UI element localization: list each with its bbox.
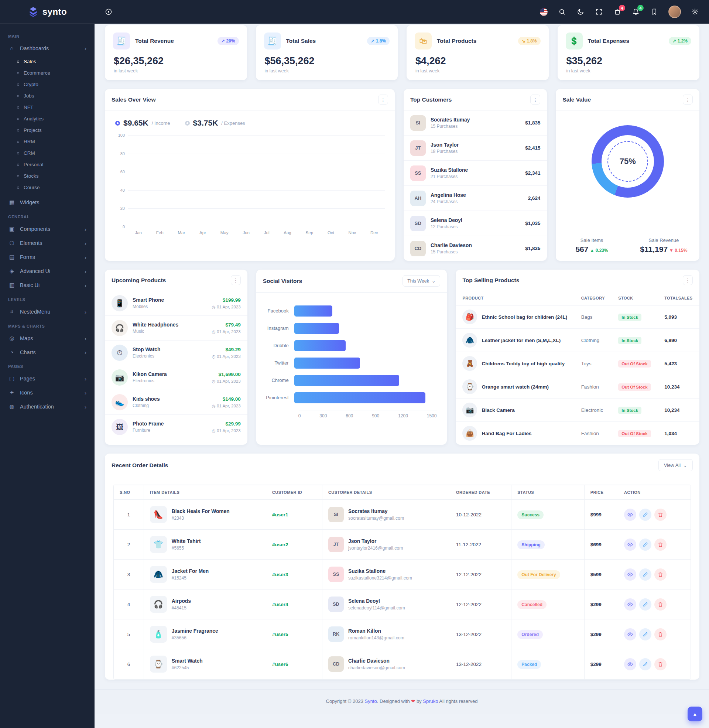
- sidebar-item-maps[interactable]: ◎ Maps ›: [0, 331, 95, 345]
- view-order-button[interactable]: [624, 658, 636, 670]
- stat-card-total-products[interactable]: 🛍 Total Products ↘ 1.8% $4,262 in last w…: [407, 25, 549, 80]
- sidebar-item-forms[interactable]: ▤ Forms ›: [0, 250, 95, 264]
- sidebar-item-advanced-ui[interactable]: ◈ Advanced Ui ›: [0, 264, 95, 278]
- top-customers-menu-button[interactable]: ⋮: [530, 95, 540, 105]
- edit-order-button[interactable]: [639, 509, 651, 521]
- sidebar-item-icons[interactable]: ✦ Icons ›: [0, 386, 95, 400]
- sidebar-item-widgets[interactable]: ▦ Widgets: [0, 195, 95, 209]
- delete-order-button[interactable]: [654, 658, 667, 670]
- sidebar-subitem-crm[interactable]: CRM: [0, 147, 95, 159]
- us-flag-icon: [540, 8, 548, 16]
- stat-card-period: in last week: [114, 68, 239, 73]
- scroll-to-top-button[interactable]: ▲: [687, 706, 702, 713]
- sidebar-item-authentication[interactable]: ◍ Authentication ›: [0, 400, 95, 414]
- delete-order-button[interactable]: [654, 628, 667, 640]
- edit-order-button[interactable]: [639, 628, 651, 640]
- sidebar-item-components[interactable]: ▣ Components ›: [0, 222, 95, 236]
- notifications-button[interactable]: 4: [632, 7, 640, 16]
- stat-card-total-sales[interactable]: 🧾 Total Sales ↗ 1.8% $56,35,262 in last …: [256, 25, 398, 80]
- chevron-right-icon: ›: [85, 390, 86, 396]
- sidebar-subitem-ecommerce[interactable]: Ecommerce: [0, 67, 95, 79]
- sidebar-subitem-sales[interactable]: Sales: [0, 56, 95, 67]
- sale-value-donut-chart: 75%: [592, 125, 664, 198]
- sale-value-menu-button[interactable]: ⋮: [683, 95, 693, 105]
- upcoming-product-photo-frame[interactable]: 🖼 Photo Frame Furniture $29.99 ◷ 01 Apr,…: [105, 415, 247, 439]
- sidebar-subitem-stocks[interactable]: Stocks: [0, 170, 95, 182]
- upcoming-product-white-headphones[interactable]: 🎧 White Headphones Music $79.49 ◷ 01 Apr…: [105, 316, 247, 341]
- view-order-button[interactable]: [624, 569, 636, 581]
- top-selling-row-childrens-teddy-toy-of-high-quality[interactable]: 🧸Childrens Teddy toy of high quality Toy…: [456, 352, 699, 375]
- sidebar-item-charts[interactable]: ◔ Charts ›: [0, 345, 95, 359]
- stat-card-total-revenue[interactable]: 🧾 Total Revenue ↗ 20% $26,35,262 in last…: [105, 25, 247, 80]
- upcoming-product-kikon-camera[interactable]: 📷 Kikon Camera Electronics $1,699.00 ◷ 0…: [105, 365, 247, 390]
- sidebar-subitem-jobs[interactable]: Jobs: [0, 90, 95, 102]
- delete-order-button[interactable]: [654, 509, 667, 521]
- view-all-button[interactable]: View All ⌄: [658, 459, 693, 471]
- customer-row-socrates-itumay[interactable]: SI Socrates Itumay 15 Purchases $1,835: [404, 111, 547, 136]
- top-selling-row-black-camera[interactable]: 📷Black Camera Electronic In Stock 10,234: [456, 398, 699, 422]
- social-visitors-filter-button[interactable]: This Week ⌄: [403, 275, 440, 287]
- sidebar-subitem-hrm[interactable]: HRM: [0, 136, 95, 147]
- sidebar-item-basic-ui[interactable]: ▥ Basic Ui ›: [0, 278, 95, 292]
- delete-order-button[interactable]: [654, 569, 667, 581]
- sidebar-subitem-course[interactable]: Course: [0, 182, 95, 193]
- target-icon: [105, 8, 112, 16]
- edit-order-button[interactable]: [639, 598, 651, 611]
- view-order-button[interactable]: [624, 628, 636, 640]
- view-order-button[interactable]: [624, 598, 636, 611]
- delta-up-icon: ▲ 0.23%: [590, 248, 608, 253]
- chevron-right-icon: ›: [85, 254, 86, 260]
- user-avatar[interactable]: [668, 6, 681, 18]
- customer-row-selena-deoyl[interactable]: SD Selena Deoyl 12 Purchases $1,035: [404, 211, 547, 236]
- top-selling-row-ethnic-school-bag-for-children-24l[interactable]: 🎒Ethnic School bag for children (24L) Ba…: [456, 305, 699, 329]
- search-button[interactable]: [557, 7, 566, 16]
- dark-mode-button[interactable]: [576, 7, 585, 16]
- view-order-button[interactable]: [624, 509, 636, 521]
- sidebar-item-dashboards[interactable]: ⌂ Dashboards ›: [0, 41, 95, 55]
- bullet-icon: [17, 61, 19, 63]
- top-selling-menu-button[interactable]: ⋮: [683, 275, 693, 285]
- top-selling-row-leather-jacket-for-men-s-m-l-xl[interactable]: 🧥Leather jacket for men (S,M,L,XL) Cloth…: [456, 329, 699, 352]
- customer-amount: $1,835: [525, 120, 540, 125]
- delete-order-button[interactable]: [654, 538, 667, 551]
- edit-order-button[interactable]: [639, 569, 651, 581]
- customer-row-json-taylor[interactable]: JT Json Taylor 18 Purchases $2,415: [404, 136, 547, 160]
- edit-order-button[interactable]: [639, 658, 651, 670]
- sidebar-toggle-button[interactable]: [104, 7, 113, 16]
- sidebar-subitem-projects[interactable]: Projects: [0, 124, 95, 136]
- footer-designer-link[interactable]: Spruko: [423, 699, 438, 704]
- column-item-details: ITEM DETAILS: [144, 485, 266, 500]
- upcoming-product-smart-phone[interactable]: 📱 Smart Phone Mobiles $199.99 ◷ 01 Apr, …: [105, 291, 247, 316]
- product-image: 🎧: [111, 320, 128, 336]
- top-selling-row-orange-smart-watch-24mm[interactable]: ⌚Orange smart watch (24mm) Fashion Out O…: [456, 375, 699, 398]
- sidebar-item-nestedmenu[interactable]: ⌗ NestedMenu ›: [0, 305, 95, 319]
- sidebar-item-pages[interactable]: ▢ Pages ›: [0, 372, 95, 386]
- sidebar-subitem-personal[interactable]: Personal: [0, 159, 95, 170]
- sidebar-subitem-analytics[interactable]: Analytics: [0, 113, 95, 124]
- footer-brand-link[interactable]: Synto: [365, 699, 377, 704]
- product-price: $79.49: [212, 322, 241, 328]
- customer-row-suzika-stallone[interactable]: SS Suzika Stallone 21 Purchases $2,341: [404, 160, 547, 186]
- language-flag-button[interactable]: [539, 7, 548, 16]
- brand-logo[interactable]: synto: [0, 0, 95, 23]
- edit-order-button[interactable]: [639, 538, 651, 551]
- eye-icon: [627, 661, 633, 667]
- sales-overview-menu-button[interactable]: ⋮: [378, 95, 388, 105]
- upcoming-products-menu-button[interactable]: ⋮: [231, 275, 241, 285]
- cart-button[interactable]: 4: [613, 7, 622, 16]
- delete-order-button[interactable]: [654, 598, 667, 611]
- view-order-button[interactable]: [624, 538, 636, 551]
- upcoming-product-kids-shoes[interactable]: 👟 Kids shoes Clothing $149.00 ◷ 01 Apr, …: [105, 390, 247, 415]
- customer-row-angelina-hose[interactable]: AH Angelina Hose 24 Purchases 2,624: [404, 186, 547, 211]
- sidebar-subitem-crypto[interactable]: Crypto: [0, 79, 95, 90]
- top-selling-row-hand-bag-for-ladies[interactable]: 👜Hand Bag For Ladies Fashion Out Of Stoc…: [456, 422, 699, 445]
- sidebar-item-elements[interactable]: ⬡ Elements ›: [0, 236, 95, 250]
- product-image: ⌚: [462, 379, 477, 394]
- upcoming-product-stop-watch[interactable]: ⏱ Stop Watch Electronics $49.29 ◷ 01 Apr…: [105, 341, 247, 365]
- bookmark-button[interactable]: [650, 7, 659, 16]
- customer-row-charlie-davieson[interactable]: CD Charlie Davieson 15 Purchases $1,835: [404, 236, 547, 261]
- fullscreen-button[interactable]: [595, 7, 603, 16]
- sidebar-subitem-nft[interactable]: NFT: [0, 102, 95, 113]
- stat-card-total-expenses[interactable]: 💲 Total Expenses ↗ 1.2% $35,262 in last …: [557, 25, 700, 80]
- settings-button[interactable]: [690, 7, 699, 16]
